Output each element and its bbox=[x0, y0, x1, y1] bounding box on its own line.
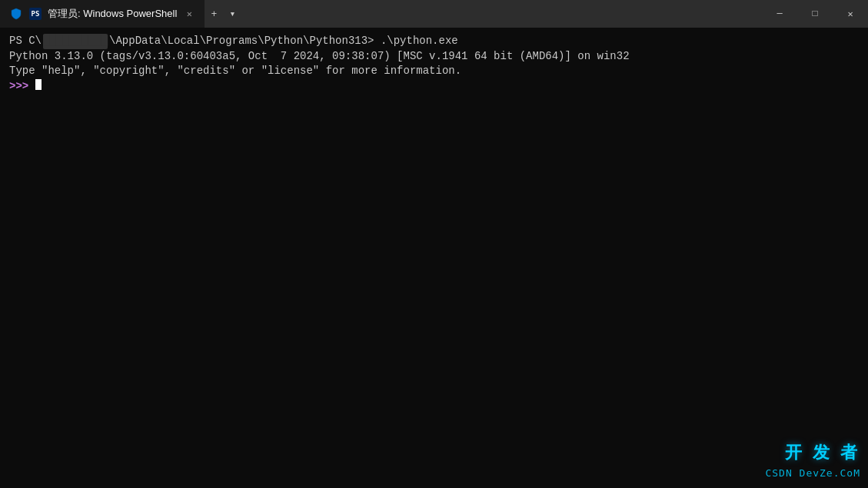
terminal-line-1: PS C\ ██████████ \AppData\Local\Programs… bbox=[9, 34, 859, 49]
python-version-line: Python 3.13.0 (tags/v3.13.0:60403a5, Oct… bbox=[9, 49, 630, 65]
terminal-line-3: Type "help", "copyright", "credits" or "… bbox=[9, 64, 859, 79]
title-bar: PS 管理员: Windows PowerShell ✕ + ▾ ─ □ ✕ bbox=[0, 0, 868, 28]
tab-dropdown-button[interactable]: ▾ bbox=[223, 5, 241, 23]
minimize-button[interactable]: ─ bbox=[762, 0, 797, 28]
ps-path: \AppData\Local\Programs\Python\Python313… bbox=[109, 34, 374, 49]
watermark-bottom: CSDN DevZe.CoM bbox=[765, 466, 860, 480]
terminal-prompt-line: >>> bbox=[9, 79, 859, 95]
terminal-body[interactable]: PS C\ ██████████ \AppData\Local\Programs… bbox=[0, 28, 868, 488]
watermark: 开 发 者 CSDN DevZe.CoM bbox=[765, 441, 860, 480]
tab-label: 管理员: Windows PowerShell bbox=[48, 7, 177, 21]
ps-command: .\python.exe bbox=[374, 34, 458, 49]
close-button[interactable]: ✕ bbox=[833, 0, 868, 28]
new-tab-button[interactable]: + bbox=[205, 5, 223, 23]
shield-icon bbox=[9, 7, 23, 21]
python-help-line: Type "help", "copyright", "credits" or "… bbox=[9, 64, 461, 79]
tab-close-button[interactable]: ✕ bbox=[183, 8, 195, 20]
title-bar-left: PS 管理员: Windows PowerShell ✕ + ▾ bbox=[0, 0, 762, 28]
maximize-button[interactable]: □ bbox=[797, 0, 833, 28]
powershell-icon: PS bbox=[29, 8, 42, 20]
ps-prefix: PS C\ bbox=[9, 34, 42, 49]
ps-redacted: ██████████ bbox=[43, 34, 108, 49]
terminal-line-2: Python 3.13.0 (tags/v3.13.0:60403a5, Oct… bbox=[9, 49, 859, 65]
active-tab[interactable]: PS 管理员: Windows PowerShell ✕ bbox=[0, 0, 205, 28]
window-controls: ─ □ ✕ bbox=[762, 0, 868, 28]
python-prompt: >>> bbox=[9, 79, 35, 95]
cursor bbox=[35, 79, 42, 90]
watermark-top: 开 发 者 bbox=[785, 441, 860, 465]
